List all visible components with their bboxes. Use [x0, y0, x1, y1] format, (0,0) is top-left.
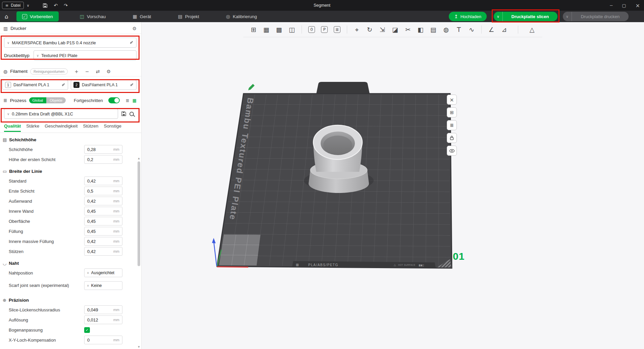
- process-scope-switch[interactable]: Global Objekte: [29, 97, 66, 103]
- add-object-icon[interactable]: ⊞: [248, 24, 259, 35]
- add-plate-icon[interactable]: ▦: [261, 24, 272, 35]
- mesh-boolean-icon[interactable]: ◍: [441, 24, 451, 35]
- rotate-icon[interactable]: ↻: [364, 24, 375, 35]
- variable-layer-height-icon[interactable]: ▤: [428, 24, 439, 35]
- measure-icon[interactable]: ∠: [486, 24, 497, 35]
- filament-gear-icon[interactable]: ⚙: [106, 69, 111, 74]
- edit-plate-button[interactable]: ⊞: [447, 107, 457, 117]
- redo-button[interactable]: ↷: [64, 3, 68, 8]
- tab-vorschau[interactable]: ◫ Vorschau: [74, 11, 112, 21]
- scarf-joint-seam-select[interactable]: ∨Keine: [84, 281, 122, 290]
- tab-vorbereiten[interactable]: ✓ Vorbereiten: [16, 11, 59, 21]
- outer-wall-line-width-input[interactable]: 0,42mm: [84, 197, 122, 205]
- move-icon[interactable]: ⌖: [352, 24, 362, 35]
- edit-filament-1-icon[interactable]: [61, 83, 65, 87]
- tab-geraet[interactable]: ▦ Gerät: [127, 11, 157, 21]
- maximize-button[interactable]: ▢: [622, 3, 626, 8]
- cut-icon[interactable]: ✂: [402, 24, 413, 35]
- assembly-view-icon[interactable]: △: [527, 24, 537, 35]
- layer-height-input[interactable]: 0,28mm: [84, 145, 122, 154]
- infill-line-width-input[interactable]: 0,45mm: [84, 227, 122, 236]
- filament-slot-1[interactable]: 1 DasFilament PLA 1: [2, 80, 68, 90]
- tab-projekt[interactable]: ▤ Projekt: [172, 11, 205, 21]
- arrange-plate-icon[interactable]: ⊿: [499, 24, 509, 35]
- parameter-table-icon[interactable]: ▦: [132, 98, 137, 103]
- file-menu-button[interactable]: ≡ Datei: [2, 2, 24, 9]
- printer-select[interactable]: ∨ MAKERSPACE Bambu Lab P1S 0.4 nozzle: [4, 38, 137, 48]
- settings-group-title: Präzision: [9, 298, 29, 303]
- preview-icon: ◫: [80, 14, 84, 19]
- save-preset-button[interactable]: [121, 111, 126, 116]
- arc-fitting-checkbox[interactable]: ✓: [84, 327, 90, 333]
- viewport-3d-scene[interactable]: Bambu Textured PEI Plate ⊞ PLA/ABS/PETG …: [142, 22, 644, 349]
- remove-filament-icon[interactable]: −: [85, 69, 89, 74]
- edit-printer-icon[interactable]: [129, 40, 133, 45]
- inner-wall-line-width-input[interactable]: 0,45mm: [84, 207, 122, 215]
- minimize-button[interactable]: ─: [610, 3, 612, 8]
- ams-sync-icon[interactable]: ⇄: [96, 69, 100, 74]
- seam-paint-icon[interactable]: ∿: [466, 24, 477, 35]
- tab-sonstige[interactable]: Sonstige: [104, 123, 121, 131]
- scrollbar-thumb[interactable]: [138, 161, 140, 266]
- search-preset-icon[interactable]: [129, 112, 134, 116]
- fill-p-tool-icon[interactable]: P: [321, 26, 328, 33]
- printer-gear-icon[interactable]: ⚙: [132, 26, 137, 31]
- tab-staerke[interactable]: Stärke: [26, 123, 39, 131]
- print-plate-button[interactable]: ∨ Druckplatte drucken: [563, 12, 629, 21]
- fill-zero-tool-icon[interactable]: 0: [308, 26, 315, 33]
- solid-infill-line-width-input[interactable]: 0,42mm: [84, 237, 122, 246]
- print-dropdown-icon[interactable]: ∨: [563, 12, 572, 21]
- plate-edit-pencil-icon[interactable]: [248, 84, 255, 90]
- top-surface-line-width-input[interactable]: 0,45mm: [84, 217, 122, 226]
- split-view-icon[interactable]: ◫: [286, 24, 297, 35]
- slice-plate-button[interactable]: ∨ Druckplatte slicen: [494, 12, 557, 21]
- setting-label: Auflösung: [9, 317, 84, 322]
- first-layer-height-input[interactable]: 0,2mm: [84, 155, 122, 164]
- scope-global[interactable]: Global: [29, 97, 47, 103]
- undo-button[interactable]: ↶: [54, 3, 58, 8]
- text-tool-icon[interactable]: T: [453, 24, 464, 35]
- delete-plate-button[interactable]: ×: [447, 95, 457, 105]
- first-layer-line-width-input[interactable]: 0,5mm: [84, 187, 122, 195]
- plate-settings-button[interactable]: ≣: [447, 120, 457, 130]
- flush-volumes-button[interactable]: Reinigungsvolumen: [30, 68, 68, 74]
- advanced-toggle[interactable]: [108, 97, 120, 103]
- hot-surface-warn-icon: △: [394, 263, 396, 266]
- tab-kalibrierung[interactable]: ◎ Kalibrierung: [220, 11, 263, 21]
- slice-gap-closing-radius-input[interactable]: 0,049mm: [84, 305, 122, 314]
- plate-visibility-button[interactable]: [447, 146, 457, 156]
- bed-type-select[interactable]: ∨ Textured PEI Plate: [34, 50, 137, 60]
- default-line-width-input[interactable]: 0,42mm: [84, 177, 122, 185]
- lock-plate-button[interactable]: [447, 133, 457, 143]
- filament-slot-2[interactable]: 2 DasFilament PLA 1: [71, 80, 137, 90]
- scale-icon[interactable]: ⇲: [377, 24, 388, 35]
- parameter-list-icon[interactable]: ≣: [126, 98, 129, 103]
- sidebar-scrollbar[interactable]: ▲ ▼: [137, 157, 141, 348]
- process-profile-select[interactable]: ∨ 0.28mm Extra Draft @BBL X1C: [4, 109, 118, 119]
- seam-position-select[interactable]: ∨Ausgerichtet: [84, 268, 122, 277]
- xy-hole-compensation-input[interactable]: 0mm: [84, 336, 122, 344]
- tab-geschwindigkeit[interactable]: Geschwindigkeit: [45, 123, 77, 131]
- scroll-down-icon[interactable]: ▼: [138, 346, 140, 348]
- support-line-width-input[interactable]: 0,42mm: [84, 247, 122, 256]
- tab-stuetzen[interactable]: Stützen: [83, 123, 99, 131]
- file-menu-dropdown-icon[interactable]: ∨: [26, 3, 29, 8]
- edit-filament-2-icon[interactable]: [129, 83, 134, 87]
- viewport[interactable]: ⊞▦▩◫0P≣⌖↻⇲◪✂◧▤◍T∿∠⊿△ Bambu Textured PEI …: [142, 22, 644, 349]
- save-preset-icon: [121, 111, 126, 116]
- home-button[interactable]: ⌂: [5, 13, 8, 20]
- upload-button[interactable]: ↥ Hochladen: [449, 12, 487, 21]
- split-objects-icon[interactable]: ◧: [415, 24, 426, 35]
- close-button[interactable]: ×: [636, 2, 640, 9]
- tab-qualitaet[interactable]: Qualität: [4, 123, 21, 132]
- scope-objects[interactable]: Objekte: [46, 97, 66, 103]
- slice-dropdown-icon[interactable]: ∨: [494, 12, 503, 21]
- place-on-face-icon[interactable]: ◪: [390, 24, 400, 35]
- save-button[interactable]: [43, 3, 48, 8]
- auto-arrange-icon[interactable]: ▩: [274, 24, 284, 35]
- resolution-input[interactable]: 0,012mm: [84, 315, 122, 324]
- scroll-up-icon[interactable]: ▲: [138, 157, 140, 160]
- add-filament-icon[interactable]: +: [74, 69, 78, 74]
- align-tool-icon[interactable]: ≣: [334, 26, 340, 33]
- precision-icon: ⊕: [3, 298, 6, 303]
